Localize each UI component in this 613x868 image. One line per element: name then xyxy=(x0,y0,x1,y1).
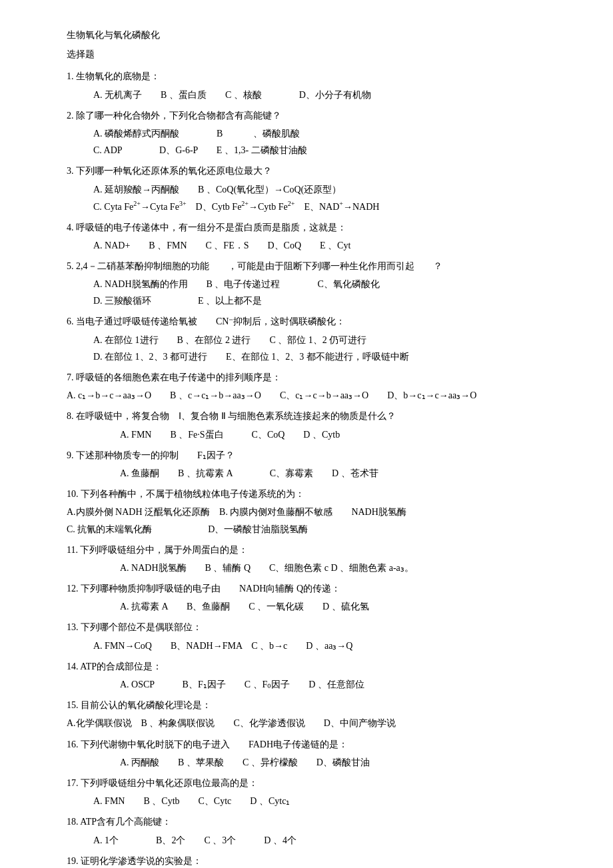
question-11: 11. 下列呼吸链组分中，属于外周蛋白的是： A. NADH脱氢酶 B 、辅酶 … xyxy=(67,542,560,576)
q6-opt-d: D. 在部位 1、2、3 都可进行 E、在部位 1、2、3 都不能进行，呼吸链中… xyxy=(93,348,560,365)
q2-opt-c: C. ADP D、G-6-P E 、1,3- 二磷酸甘油酸 xyxy=(93,142,560,159)
q16-text: 16. 下列代谢物中氧化时脱下的电子进入 FADH电子传递链的是： xyxy=(67,736,560,753)
question-9: 9. 下述那种物质专一的抑制 F₁因子？ A. 鱼藤酮 B 、抗霉素 A C、寡… xyxy=(67,447,560,482)
q3-opt-c: C. Cyta Fe2+→Cyta Fe3+ D、Cytb Fe2+→Cytb … xyxy=(93,198,560,215)
section-title: 选择题 xyxy=(67,46,560,63)
question-17: 17. 下列呼吸链组分中氧化还原电位最高的是： A. FMN B 、Cytb C… xyxy=(67,775,560,809)
question-13: 13. 下列哪个部位不是偶联部位： A. FMN→CoQ B、NADH→FMA … xyxy=(67,619,560,653)
q5-opt-a: A. NADH脱氢酶的作用 B 、电子传递过程 C、氧化磷酸化 xyxy=(93,276,560,292)
q5-opt-d: D. 三羧酸循环 E 、以上都不是 xyxy=(93,292,560,309)
q4-options: A. NAD+ B 、FMN C 、FE．S D、CoQ E 、Cyt xyxy=(93,237,560,254)
question-18: 18. ATP含有几个高能键： A. 1个 B、2个 C 、3个 D 、4个 xyxy=(67,813,560,848)
q2-text: 2. 除了哪一种化合物外，下列化合物都含有高能键？ xyxy=(67,107,560,124)
q10-text: 10. 下列各种酶中，不属于植物线粒体电子传递系统的为： xyxy=(67,486,560,502)
q15-options: A.化学偶联假说 B 、构象偶联假说 C、化学渗透假说 D、中间产物学说 xyxy=(67,715,560,731)
q8-options: A. FMN B 、Fe·S蛋白 C、CoQ D 、Cytb xyxy=(120,426,560,443)
q7-options: A. c₁→b→c→aa₃→O B 、c→c₁→b→aa₃→O C、c₁→c→b… xyxy=(67,387,560,404)
q5-text: 5. 2,4－二硝基苯酚抑制细胞的功能 ，可能是由于阻断下列哪一种生化作用而引起… xyxy=(67,258,560,274)
q14-options: A. OSCP B、F₁因子 C 、F₀因子 D 、任意部位 xyxy=(120,676,560,693)
q7-text: 7. 呼吸链的各细胞色素在电子传递中的排列顺序是： xyxy=(67,369,560,386)
question-6: 6. 当电子通过呼吸链传递给氧被 CN⁻抑制后，这时偶联磷酸化： A. 在部位 … xyxy=(67,313,560,365)
q17-text: 17. 下列呼吸链组分中氧化还原电位最高的是： xyxy=(67,775,560,791)
question-15: 15. 目前公认的氧化磷酸化理论是： A.化学偶联假说 B 、构象偶联假说 C、… xyxy=(67,697,560,731)
q11-text: 11. 下列呼吸链组分中，属于外周蛋白的是： xyxy=(67,542,560,558)
question-8: 8. 在呼吸链中，将复合物 Ⅰ、复合物 Ⅱ 与细胞色素系统连接起来的物质是什么？… xyxy=(67,408,560,442)
q18-text: 18. ATP含有几个高能键： xyxy=(67,813,560,830)
q3-text: 3. 下列哪一种氧化还原体系的氧化还原电位最大？ xyxy=(67,163,560,179)
question-4: 4. 呼吸链的电子传递体中，有一组分不是蛋白质而是脂质，这就是： A. NAD+… xyxy=(67,219,560,254)
q9-options: A. 鱼藤酮 B 、抗霉素 A C、寡霉素 D 、苍术苷 xyxy=(120,465,560,482)
question-16: 16. 下列代谢物中氧化时脱下的电子进入 FADH电子传递链的是： A. 丙酮酸… xyxy=(67,736,560,771)
q12-text: 12. 下列哪种物质抑制呼吸链的电子由 NADH向辅酶 Q的传递： xyxy=(67,580,560,597)
q15-text: 15. 目前公认的氧化磷酸化理论是： xyxy=(67,697,560,713)
q10-opt-c: C. 抗氰的末端氧化酶 D、一磷酸甘油脂脱氢酶 xyxy=(67,521,560,538)
q16-options: A. 丙酮酸 B 、苹果酸 C 、异柠檬酸 D、磷酸甘油 xyxy=(120,754,560,771)
question-3: 3. 下列哪一种氧化还原体系的氧化还原电位最大？ A. 延胡羧酸→丙酮酸 B 、… xyxy=(67,163,560,215)
q18-options: A. 1个 B、2个 C 、3个 D 、4个 xyxy=(93,832,560,849)
document-container: 生物氧化与氧化磷酸化 选择题 1. 生物氧化的底物是： A. 无机离子 B 、蛋… xyxy=(67,27,560,868)
q13-text: 13. 下列哪个部位不是偶联部位： xyxy=(67,619,560,636)
q13-options: A. FMN→CoQ B、NADH→FMA C 、b→c D 、aa₃→Q xyxy=(93,638,560,654)
question-5: 5. 2,4－二硝基苯酚抑制细胞的功能 ，可能是由于阻断下列哪一种生化作用而引起… xyxy=(67,258,560,310)
question-7: 7. 呼吸链的各细胞色素在电子传递中的排列顺序是： A. c₁→b→c→aa₃→… xyxy=(67,369,560,404)
q6-opt-a: A. 在部位 1进行 B 、在部位 2 进行 C 、部位 1、2 仍可进行 xyxy=(93,332,560,348)
q3-opt-a: A. 延胡羧酸→丙酮酸 B 、CoQ(氧化型）→CoQ(还原型） xyxy=(93,181,560,198)
q6-text: 6. 当电子通过呼吸链传递给氧被 CN⁻抑制后，这时偶联磷酸化： xyxy=(67,313,560,330)
q8-text: 8. 在呼吸链中，将复合物 Ⅰ、复合物 Ⅱ 与细胞色素系统连接起来的物质是什么？ xyxy=(67,408,560,424)
q4-text: 4. 呼吸链的电子传递体中，有一组分不是蛋白质而是脂质，这就是： xyxy=(67,219,560,236)
q11-options: A. NADH脱氢酶 B 、辅酶 Q C、细胞色素 c D 、细胞色素 a-a₃… xyxy=(120,560,560,576)
q2-opt-a: A. 磷酸烯醇式丙酮酸 B 、磷酸肌酸 xyxy=(93,125,560,142)
question-1: 1. 生物氧化的底物是： A. 无机离子 B 、蛋白质 C 、核酸 D、小分子有… xyxy=(67,68,560,103)
question-19: 19. 证明化学渗透学说的实验是： xyxy=(67,853,560,868)
question-12: 12. 下列哪种物质抑制呼吸链的电子由 NADH向辅酶 Q的传递： A. 抗霉素… xyxy=(67,580,560,615)
q1-options: A. 无机离子 B 、蛋白质 C 、核酸 D、小分子有机物 xyxy=(93,87,560,103)
document-title: 生物氧化与氧化磷酸化 xyxy=(67,27,560,43)
question-10: 10. 下列各种酶中，不属于植物线粒体电子传递系统的为： A.内膜外侧 NADH… xyxy=(67,486,560,538)
q9-text: 9. 下述那种物质专一的抑制 F₁因子？ xyxy=(67,447,560,464)
q19-text: 19. 证明化学渗透学说的实验是： xyxy=(67,853,560,868)
q12-options: A. 抗霉素 A B、鱼藤酮 C 、一氧化碳 D 、硫化氢 xyxy=(120,598,560,615)
q17-options: A. FMN B 、Cytb C、Cytc D 、Cytc₁ xyxy=(93,793,560,809)
question-2: 2. 除了哪一种化合物外，下列化合物都含有高能键？ A. 磷酸烯醇式丙酮酸 B … xyxy=(67,107,560,159)
question-14: 14. ATP的合成部位是： A. OSCP B、F₁因子 C 、F₀因子 D … xyxy=(67,658,560,693)
q1-text: 1. 生物氧化的底物是： xyxy=(67,68,560,85)
q10-opt-a: A.内膜外侧 NADH 泛醌氧化还原酶 B. 内膜内侧对鱼藤酮不敏感 NADH脱… xyxy=(67,504,560,520)
q14-text: 14. ATP的合成部位是： xyxy=(67,658,560,675)
